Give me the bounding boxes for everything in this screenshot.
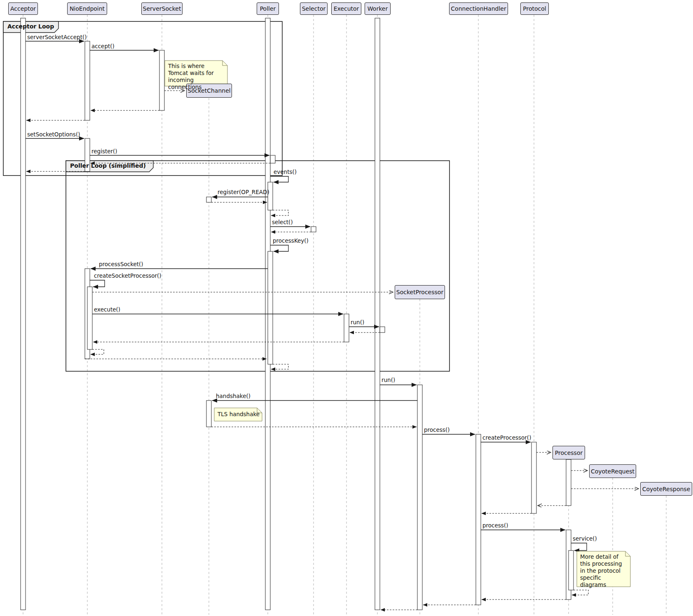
arrow-events-self [270, 176, 288, 182]
label-createprocessor: createProcessor() [482, 434, 531, 441]
serversocket-activation [159, 50, 164, 110]
worker-activation-run [380, 327, 385, 333]
executor-activation [344, 314, 349, 342]
participant-selector-label: Selector [302, 5, 326, 12]
arrow-self-return-poller-processkey [271, 364, 288, 369]
poller-activation-processkey [268, 251, 273, 364]
label-events: events() [274, 169, 297, 175]
note-shapes [165, 61, 630, 587]
socketchannel-activation-register [206, 197, 211, 202]
arrow-self-return-nioendpoint [91, 349, 104, 354]
participant-coyoterequest: CoyoteRequest [589, 464, 636, 478]
label-serversocketaccept: serverSocketAccept() [27, 34, 87, 40]
poller-loop-frame-label: Poller Loop (simplified) [70, 162, 146, 169]
note-tls-handshake: TLS handshake [218, 411, 260, 418]
note-more-detail: More detail of this processing in the pr… [580, 553, 628, 588]
participant-selector: Selector [300, 2, 328, 15]
nioendpoint-activation-createsocketprocessor [87, 287, 92, 349]
participant-coyoterequest-label: CoyoteRequest [591, 468, 634, 475]
participant-worker: Worker [365, 2, 391, 15]
participant-serversocket-label: ServerSocket [143, 5, 181, 12]
participant-executor: Executor [331, 2, 361, 15]
participant-socketprocessor: SocketProcessor [395, 285, 445, 299]
acceptor-loop-frame [3, 21, 282, 176]
label-register: register() [91, 148, 117, 155]
protocol-activation [531, 442, 536, 513]
label-run-worker: run() [382, 377, 395, 383]
connectionhandler-activation [476, 434, 481, 605]
participant-connectionhandler-label: ConnectionHandler [451, 5, 506, 12]
message-arrows [26, 41, 639, 610]
participant-protocol-label: Protocol [523, 5, 546, 12]
processor-activation-service [569, 550, 574, 590]
acceptor-activation [21, 18, 26, 610]
participant-processor: Processor [553, 446, 585, 459]
label-createsocketprocessor: createSocketProcessor() [94, 272, 162, 279]
participant-coyoteresponse-label: CoyoteResponse [642, 486, 691, 492]
note-tomcat-waits: This is where Tomcat waits for incoming … [168, 63, 225, 91]
label-register-opread: register(OP_READ) [218, 189, 269, 195]
socketprocessor-activation [417, 385, 422, 610]
participant-socketprocessor-label: SocketProcessor [396, 289, 443, 295]
worker-activation [375, 18, 380, 610]
arrow-service-self [571, 543, 587, 550]
participant-acceptor-label: Acceptor [10, 5, 36, 12]
participant-processor-label: Processor [555, 450, 583, 456]
label-processsocket: processSocket() [99, 261, 143, 267]
label-service: service() [573, 535, 597, 542]
poller-activation-register [270, 155, 275, 163]
label-handshake: handshake() [216, 393, 251, 399]
nioendpoint-activation-accept [85, 41, 90, 120]
selector-activation [311, 227, 316, 232]
participant-protocol: Protocol [520, 2, 549, 15]
label-setsocketoptions: setSocketOptions() [27, 131, 80, 138]
participant-worker-label: Worker [368, 5, 388, 12]
poller-activation-events [268, 182, 273, 210]
label-processkey: processKey() [273, 237, 309, 244]
label-select: select() [272, 219, 293, 225]
arrow-self-return-processor [572, 590, 588, 595]
participant-poller: Poller [257, 2, 279, 15]
participant-nioendpoint-label: NioEndpoint [70, 5, 105, 12]
participant-serversocket: ServerSocket [141, 2, 183, 15]
participant-poller-label: Poller [260, 5, 276, 12]
participant-nioendpoint: NioEndpoint [67, 2, 107, 15]
processor-activation-create [566, 459, 571, 506]
arrow-self-return-poller-events [271, 210, 288, 215]
arrow-createsocketprocessor-self [90, 280, 105, 287]
label-process-processor: process() [482, 522, 508, 529]
participant-executor-label: Executor [334, 5, 359, 12]
label-execute: execute() [94, 306, 120, 313]
participant-connectionhandler: ConnectionHandler [449, 2, 508, 15]
arrow-processkey-self [270, 245, 288, 251]
label-accept: accept() [91, 43, 115, 49]
sequence-diagram: Acceptor NioEndpoint ServerSocket Poller… [0, 0, 693, 616]
socketchannel-activation-handshake [206, 401, 211, 427]
participant-coyoteresponse: CoyoteResponse [640, 482, 692, 496]
label-process-connectionhandler: process() [424, 426, 450, 433]
acceptor-loop-frame-label: Acceptor Loop [7, 23, 54, 30]
participant-acceptor: Acceptor [8, 2, 38, 15]
label-run-executor: run() [351, 319, 364, 326]
